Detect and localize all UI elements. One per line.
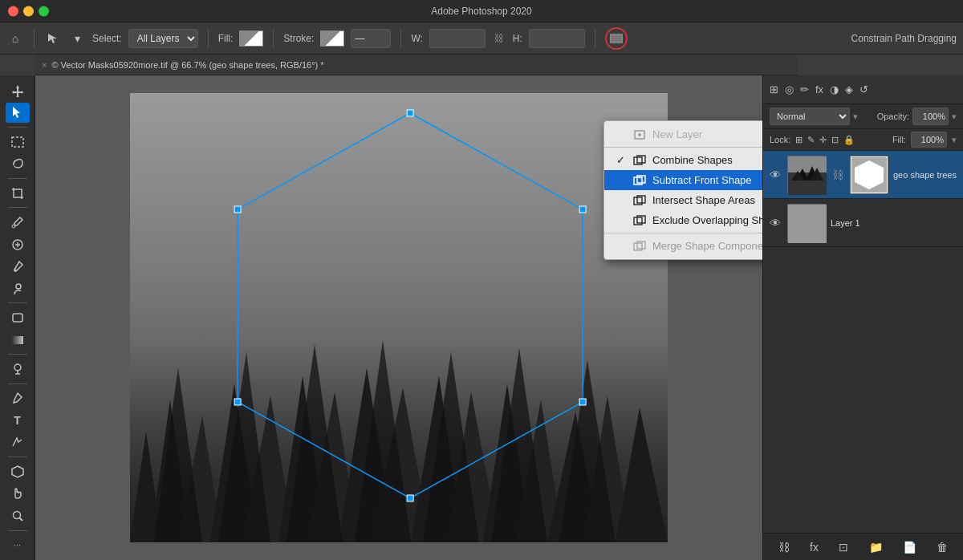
svg-rect-44 bbox=[234, 399, 241, 405]
blend-dropdown-icon[interactable]: ▾ bbox=[853, 109, 868, 124]
menu-item-merge-components[interactable]: Merge Shape Components bbox=[604, 236, 762, 256]
width-input[interactable] bbox=[429, 29, 486, 48]
pen-tool[interactable] bbox=[6, 388, 30, 409]
layer-thumb-2 bbox=[787, 204, 826, 242]
shape-tool[interactable] bbox=[6, 461, 30, 482]
rect-select-tool[interactable] bbox=[6, 132, 30, 152]
new-group-icon[interactable]: 📁 bbox=[869, 541, 883, 554]
selection-tool[interactable] bbox=[6, 103, 30, 124]
delete-layer-icon[interactable]: 🗑 bbox=[937, 541, 948, 554]
stroke-width-input[interactable] bbox=[351, 29, 391, 48]
layers-area: 👁 ⛓ bbox=[763, 151, 963, 533]
hex-selection-outline bbox=[221, 101, 599, 534]
menu-separator-2 bbox=[604, 233, 762, 233]
path-operations-button[interactable] bbox=[605, 27, 628, 50]
layer-mask-thumb-1 bbox=[850, 156, 888, 194]
canvas bbox=[130, 93, 668, 542]
layer-row-geo-shape[interactable]: 👁 ⛓ bbox=[763, 151, 963, 199]
lock-all-icon[interactable]: 🔒 bbox=[843, 135, 855, 145]
opacity-dropdown-icon[interactable]: ▾ bbox=[952, 112, 957, 122]
minimize-button[interactable] bbox=[23, 6, 34, 16]
merge-label: Merge Shape Components bbox=[652, 240, 762, 252]
hand-tool[interactable] bbox=[6, 484, 30, 505]
move-tool[interactable] bbox=[6, 80, 30, 101]
history-icon[interactable]: ↺ bbox=[859, 83, 868, 95]
svg-marker-31 bbox=[616, 408, 668, 542]
add-style-icon[interactable]: fx bbox=[810, 541, 819, 554]
path-selection-tool[interactable] bbox=[6, 432, 30, 453]
tool-separator-2 bbox=[8, 178, 27, 179]
lock-artboard-icon[interactable]: ⊡ bbox=[831, 135, 839, 145]
dodge-tool[interactable] bbox=[6, 359, 30, 379]
clone-tool[interactable] bbox=[6, 278, 30, 299]
home-icon[interactable]: ⌂ bbox=[6, 30, 24, 47]
tool-separator-3 bbox=[8, 207, 27, 208]
tab-title: © Vector Masks05920more.tif @ 66.7% (geo… bbox=[51, 60, 323, 70]
app-title: Adobe Photoshop 2020 bbox=[431, 6, 531, 17]
height-input[interactable] bbox=[529, 29, 585, 48]
eraser-tool[interactable] bbox=[6, 307, 30, 328]
layer-mask-svg bbox=[851, 157, 887, 193]
svg-rect-45 bbox=[234, 206, 241, 213]
maximize-button[interactable] bbox=[39, 6, 49, 16]
tool-separator-6 bbox=[8, 383, 27, 384]
paths-icon[interactable]: ✏ bbox=[800, 83, 809, 95]
crop-tool[interactable] bbox=[6, 183, 30, 204]
select-dropdown[interactable]: All Layers bbox=[128, 29, 198, 48]
brush-tool[interactable] bbox=[6, 256, 30, 277]
lock-position-icon[interactable]: ✛ bbox=[819, 135, 827, 145]
link-layers-icon[interactable]: ⛓ bbox=[778, 541, 790, 554]
gradient-tool[interactable] bbox=[6, 330, 30, 351]
svg-point-7 bbox=[16, 284, 21, 289]
blend-mode-select[interactable]: Normal bbox=[770, 108, 850, 125]
more-tools-button[interactable]: ··· bbox=[6, 535, 30, 556]
close-button[interactable] bbox=[8, 6, 18, 16]
window-controls[interactable] bbox=[8, 6, 49, 16]
menu-item-exclude[interactable]: Exclude Overlapping Shapes bbox=[604, 210, 762, 230]
svg-rect-9 bbox=[12, 336, 23, 344]
new-layer-footer-icon[interactable]: 📄 bbox=[903, 541, 916, 554]
w-label: W: bbox=[411, 33, 422, 44]
link-icon[interactable]: ⛓ bbox=[492, 31, 506, 46]
lock-image-icon[interactable]: ✎ bbox=[807, 135, 815, 145]
zoom-tool[interactable] bbox=[6, 505, 30, 526]
text-tool[interactable]: T bbox=[6, 410, 30, 431]
eyedropper-tool[interactable] bbox=[6, 212, 30, 233]
path-operations-dropdown: New Layer ✓ Combine Shapes Subtract Fron… bbox=[603, 120, 762, 260]
right-panel: ⊞ ◎ ✏ fx ◑ ◈ ↺ Normal ▾ Opacity: ▾ Lock:… bbox=[762, 75, 963, 560]
stroke-swatch[interactable] bbox=[320, 30, 344, 47]
combine-shapes-label: Combine Shapes bbox=[652, 154, 733, 166]
svg-point-10 bbox=[14, 364, 21, 371]
fx-icon[interactable]: fx bbox=[815, 83, 823, 95]
adjust-icon[interactable]: ◑ bbox=[830, 83, 839, 95]
menu-item-combine-shapes[interactable]: ✓ Combine Shapes bbox=[604, 150, 762, 170]
lock-row: Lock: ⊞ ✎ ✛ ⊡ 🔒 Fill: ▾ bbox=[763, 129, 963, 151]
lock-transparent-icon[interactable]: ⊞ bbox=[795, 135, 802, 145]
tool-separator-8 bbox=[8, 530, 27, 531]
intersect-icon bbox=[633, 195, 646, 206]
svg-marker-13 bbox=[12, 466, 23, 477]
merge-icon bbox=[633, 241, 646, 252]
svg-rect-41 bbox=[579, 206, 586, 213]
menu-item-subtract-front[interactable]: Subtract Front Shape bbox=[604, 170, 762, 190]
fill-swatch[interactable] bbox=[239, 30, 263, 47]
heal-tool[interactable] bbox=[6, 234, 30, 255]
add-mask-icon[interactable]: ⊡ bbox=[839, 541, 848, 554]
layer-2-name: Layer 1 bbox=[831, 218, 958, 228]
channels-icon[interactable]: ◎ bbox=[785, 83, 794, 95]
fill-dropdown-icon[interactable]: ▾ bbox=[952, 135, 957, 145]
layer-visibility-icon-1[interactable]: 👁 bbox=[768, 168, 782, 181]
menu-item-intersect[interactable]: Intersect Shape Areas bbox=[604, 190, 762, 210]
arrow-tool-icon[interactable] bbox=[44, 30, 62, 47]
arrow-dropdown-icon[interactable]: ▾ bbox=[68, 30, 86, 47]
lasso-tool[interactable] bbox=[6, 153, 30, 174]
menu-item-new-layer[interactable]: New Layer bbox=[604, 124, 762, 144]
tab-close-icon[interactable]: × bbox=[42, 60, 47, 70]
layer-visibility-icon-2[interactable]: 👁 bbox=[768, 217, 782, 229]
layer-row-layer1[interactable]: 👁 Layer 1 bbox=[763, 199, 963, 247]
fill-input[interactable] bbox=[911, 132, 947, 148]
layers-icon[interactable]: ⊞ bbox=[770, 83, 778, 95]
style-icon[interactable]: ◈ bbox=[845, 83, 853, 95]
layer2-thumb-svg bbox=[788, 205, 827, 243]
opacity-input[interactable] bbox=[912, 108, 949, 125]
